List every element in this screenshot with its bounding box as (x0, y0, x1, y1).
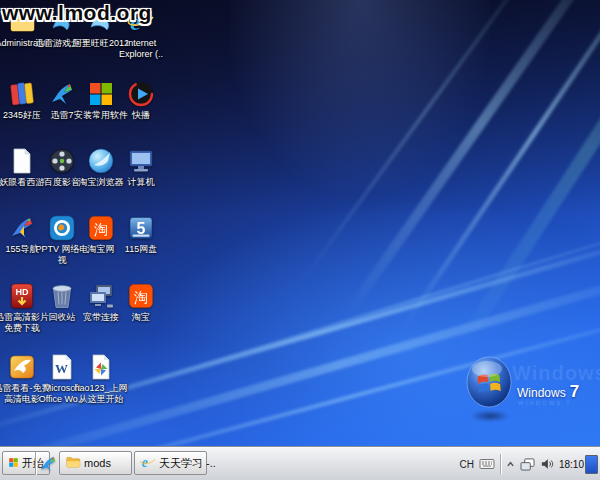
desktop-icon-label: 115网盘 (125, 244, 157, 255)
desktop-icon-115-wangpan[interactable]: 5115网盘 (111, 214, 171, 255)
volume-tray-icon[interactable] (540, 458, 554, 470)
desktop-icon-label: Internet Explorer (.. (119, 38, 163, 60)
desktop-icon-label: 淘宝 (132, 312, 150, 323)
svg-text:淘: 淘 (134, 289, 148, 305)
hao123-icon (87, 353, 115, 381)
network-tray-icon[interactable] (520, 458, 535, 471)
drive115-icon: 5 (127, 214, 155, 242)
desktop-screen: Windows 7 Windows7 WINDOWS 7 www.lmod.or… (0, 0, 600, 480)
windows-flag-icon (8, 457, 19, 470)
tray-separator (500, 454, 501, 474)
desktop-icon-label: hao123_上网 从这里开始 (74, 383, 127, 405)
monitor-icon (127, 147, 155, 175)
taskbar-separator (35, 452, 36, 475)
taskbar-button-label: 天天学习 -.. (159, 456, 216, 471)
taskbar-button-tiantian-window[interactable]: e天天学习 -.. (134, 451, 207, 475)
ime-language-indicator[interactable]: CH (460, 459, 474, 470)
svg-text:淘: 淘 (94, 221, 108, 237)
desktop-icon-label: 快播 (132, 110, 150, 121)
folder-icon (65, 454, 81, 472)
desktop-icon-computer[interactable]: 计算机 (111, 147, 171, 188)
quick-launch-xunlei[interactable] (38, 451, 58, 476)
desktop-icon-label: 计算机 (128, 177, 155, 188)
show-hidden-icons-chevron[interactable] (506, 460, 515, 469)
desktop-icon-grid: Administrator迅雷游戏盒子阿里旺旺2012eInternet Exp… (0, 0, 600, 448)
svg-text:W: W (55, 361, 68, 376)
taskbar-button-mods-window[interactable]: mods (59, 451, 132, 475)
ie-icon: e (140, 454, 156, 472)
keyboard-icon[interactable] (479, 458, 495, 470)
taskbar: 开始 modse天天学习 -.. CH 18:10 (0, 447, 600, 480)
desktop-icon-taobao[interactable]: 淘淘宝 (111, 282, 171, 323)
show-desktop-button[interactable] (585, 455, 598, 474)
svg-text:e: e (142, 455, 148, 470)
svg-text:5: 5 (137, 220, 146, 237)
taobao-icon: 淘 (127, 282, 155, 310)
system-tray: CH 18:10 (460, 448, 584, 480)
tray-clock[interactable]: 18:10 (559, 459, 584, 470)
site-watermark: www.lmod.org (2, 1, 152, 25)
svg-text:HD: HD (16, 287, 29, 297)
desktop-icon-hao123[interactable]: hao123_上网 从这里开始 (71, 353, 131, 405)
desktop-icon-kuaibo[interactable]: 快播 (111, 80, 171, 121)
qvod-icon (127, 80, 155, 108)
taskbar-button-label: mods (84, 457, 111, 469)
